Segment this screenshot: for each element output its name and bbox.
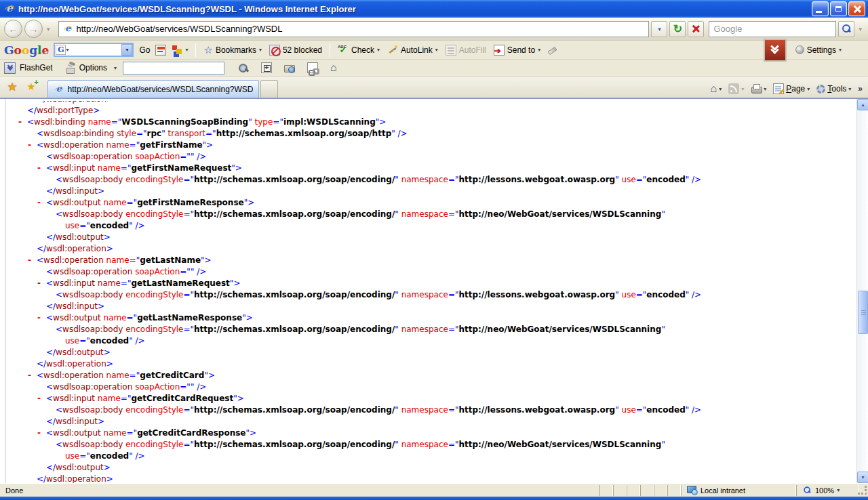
new-tab-button[interactable] (260, 80, 278, 98)
search-button[interactable] (838, 21, 854, 37)
settings-button[interactable]: Settings▾ (793, 44, 844, 56)
collapse-toggle[interactable]: - (37, 312, 41, 324)
wand-icon (387, 45, 398, 56)
google-logo-letter: e (42, 43, 50, 57)
star-icon: ★ (7, 80, 17, 94)
favorites-button[interactable]: ★ (4, 79, 20, 95)
collapse-toggle[interactable]: - (28, 140, 31, 151)
scroll-down-button[interactable]: ▾ (857, 472, 868, 483)
search-options-dropdown[interactable]: ▾ (856, 26, 864, 33)
title-bar: e http://neo/WebGoat/services/WSDLScanni… (0, 0, 868, 18)
collapse-toggle[interactable]: - (37, 393, 41, 404)
document-area: </wsdl:operation></wsdl:portType>-<wsdl:… (0, 98, 868, 483)
combo-dropdown-button[interactable]: ▾ (121, 44, 132, 56)
chevron-down-icon: ▾ (741, 86, 744, 92)
zoom-control[interactable]: 100% ▾ (796, 485, 859, 496)
collapse-toggle[interactable]: - (18, 117, 22, 128)
site-explorer-icon[interactable] (284, 62, 295, 73)
web-search-icon[interactable] (238, 62, 249, 73)
xml-line: <wsdlsoap:operation soapAction="" /> (0, 266, 856, 278)
toolbar-overflow-button[interactable]: » (855, 84, 865, 93)
spellcheck-button[interactable]: ✓ Check▾ (336, 43, 382, 57)
navigation-bar: ← → ▾ e http://neo/WebGoat/services/WSDL… (0, 18, 868, 41)
xml-line: -<wsdl:binding name="WSDLScanningSoapBin… (0, 117, 856, 128)
status-pane (640, 485, 654, 496)
xml-line: <wsdlsoap:body encodingStyle="http://sch… (0, 324, 856, 335)
xml-line: </wsdl:output> (0, 462, 856, 474)
google-search-combo[interactable]: G ▾ ▾ (54, 43, 134, 57)
search-input[interactable]: Google (709, 21, 836, 37)
google-logo-letter: G (4, 43, 14, 57)
download-links-icon[interactable] (307, 62, 318, 73)
stop-icon (692, 24, 701, 33)
search-icon (842, 24, 852, 34)
restore-icon (835, 6, 842, 12)
back-button[interactable]: ← (4, 20, 22, 38)
collapse-toggle[interactable]: - (37, 278, 41, 289)
abc-check-icon: ✓ (338, 45, 349, 56)
options-button[interactable]: Options▾ (64, 61, 119, 75)
refresh-button[interactable]: ↻ (669, 21, 686, 37)
bookmarks-button[interactable]: ☆ Bookmarks▾ (201, 43, 264, 58)
address-dropdown-button[interactable]: ▾ (651, 21, 667, 37)
tab-active[interactable]: e http://neo/WebGoat/services/WSDLScanni… (47, 80, 259, 98)
chevron-down-icon[interactable]: ▾ (66, 47, 68, 53)
page-menu-button[interactable]: Page▾ (770, 82, 812, 96)
chevron-down-icon: ▾ (114, 65, 117, 71)
chevron-down-icon[interactable]: ▾ (837, 487, 840, 493)
collapse-toggle[interactable]: - (37, 428, 41, 439)
xml-line: -<wsdl:operation name="getCreditCard"> (0, 370, 856, 381)
xml-line: -<wsdl:output name="getFirstNameResponse… (0, 197, 856, 209)
zoom-icon (804, 486, 812, 495)
minimize-button[interactable] (812, 1, 829, 16)
google-g-icon: G (56, 45, 66, 55)
google-logo-letter: o (22, 43, 29, 57)
address-bar[interactable]: e http://neo/WebGoat/services/WSDLScanni… (58, 21, 650, 37)
scrollbar-thumb[interactable] (858, 291, 868, 334)
popup-blocked-icon (269, 45, 280, 56)
capture-target-icon[interactable] (261, 62, 272, 73)
chevron-down-icon: ▾ (538, 47, 540, 53)
xml-line: </wsdl:input> (0, 301, 856, 312)
card-icon[interactable] (155, 45, 166, 56)
highlighter-icon[interactable] (546, 45, 557, 56)
flashget-home-icon[interactable]: ⌂ (330, 62, 337, 73)
tools-menu-button[interactable]: Tools▾ (814, 83, 854, 95)
autolink-button[interactable]: AutoLink▾ (385, 43, 440, 57)
recent-pages-dropdown[interactable]: ▾ (45, 26, 52, 33)
ie-icon: e (4, 3, 15, 14)
collapse-toggle[interactable]: - (37, 163, 41, 174)
go-button[interactable]: Go (137, 44, 152, 56)
xml-line: use="encoded" /> (0, 335, 856, 347)
home-button[interactable]: ⌂▾ (708, 82, 725, 96)
flashget-search-input[interactable] (123, 62, 224, 75)
xml-line: use="encoded" /> (0, 220, 856, 232)
xml-line: <wsdlsoap:binding style="rpc" transport=… (0, 128, 856, 140)
chevron-down-icon: ▾ (807, 86, 810, 92)
forward-button[interactable]: → (24, 20, 43, 38)
collapse-toggle[interactable]: - (28, 370, 31, 381)
popup-blocker-button[interactable]: 52 blocked (267, 43, 324, 57)
cube-button[interactable]: ▾ (170, 43, 190, 57)
print-button[interactable]: ▾ (748, 82, 769, 96)
google-toolbar: Google G ▾ ▾ Go ▾ ☆ Bookmarks▾ 52 blocke… (0, 41, 868, 60)
xml-document: </wsdl:operation></wsdl:portType>-<wsdl:… (0, 101, 856, 483)
scroll-up-button[interactable]: ▴ (857, 99, 868, 110)
status-pane (667, 485, 681, 496)
chevron-down-icon: ▾ (848, 86, 851, 92)
close-button[interactable] (848, 1, 865, 16)
stop-button[interactable] (688, 21, 704, 37)
flashget-launcher-button[interactable] (764, 39, 787, 62)
status-bar: Done Local intranet 100% ▾ (0, 483, 868, 497)
xml-line: <wsdlsoap:body encodingStyle="http://sch… (0, 404, 856, 416)
xml-line: </wsdl:operation> (0, 358, 856, 370)
vertical-scrollbar[interactable]: ▴ ▾ (856, 99, 868, 483)
google-logo-letter: o (14, 43, 22, 57)
restore-button[interactable] (830, 1, 847, 16)
add-favorite-button[interactable]: ★ (23, 79, 39, 95)
collapse-toggle[interactable]: - (28, 255, 31, 266)
collapse-toggle[interactable]: - (37, 197, 41, 209)
send-to-button[interactable]: Send to▾ (492, 43, 542, 57)
resize-grip[interactable] (859, 485, 868, 496)
xml-line: use="encoded" /> (0, 451, 856, 462)
